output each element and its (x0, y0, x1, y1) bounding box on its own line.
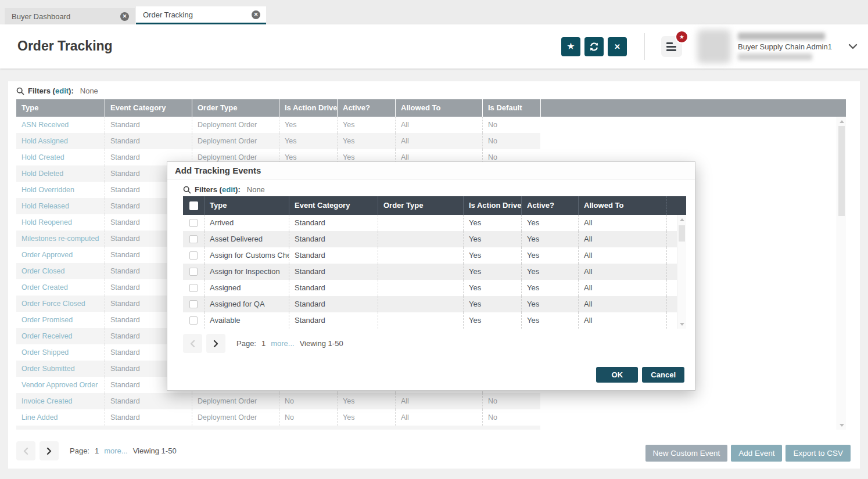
ok-button[interactable]: OK (596, 367, 638, 383)
filters-value: None (247, 185, 265, 194)
scroll-up-icon[interactable] (677, 215, 686, 224)
event-type-link[interactable]: Hold Created (16, 149, 105, 165)
column-header-action-driven[interactable]: Is Action Driven (463, 196, 521, 215)
column-header-is-default[interactable]: Is Default (482, 99, 540, 117)
filters-edit-link[interactable]: edit (55, 87, 69, 95)
column-header-category[interactable]: Event Category (289, 196, 378, 215)
event-category-cell: Standard (289, 215, 378, 231)
row-checkbox[interactable] (189, 284, 198, 292)
scrollbar-thumb[interactable] (838, 126, 845, 216)
filters-edit-link[interactable]: edit (222, 185, 235, 194)
allowed-to-cell: All (578, 280, 666, 296)
next-page-button[interactable] (206, 334, 225, 353)
allowed-to-cell: All (395, 409, 482, 426)
action-driven-cell: Yes (279, 133, 337, 149)
column-header-active[interactable]: Active? (337, 99, 395, 117)
event-type-link[interactable]: ASN Received (16, 117, 105, 133)
active-cell: Yes (521, 231, 578, 247)
event-type-link[interactable]: Line Added (16, 409, 105, 426)
redacted-user-line (738, 53, 812, 60)
scrollbar-thumb[interactable] (679, 225, 685, 242)
tab-close-icon[interactable]: ✕ (120, 12, 129, 21)
event-type-link[interactable]: Milestones re-computed (16, 231, 105, 247)
column-header-allowed-to[interactable]: Allowed To (395, 99, 482, 117)
tab-close-icon[interactable]: ✕ (252, 10, 260, 19)
tab-order-tracking[interactable]: Order Tracking ✕ (136, 6, 266, 24)
event-type-link[interactable]: Vendor Approved Order (16, 377, 105, 393)
tab-buyer-dashboard[interactable]: Buyer Dashboard ✕ (5, 8, 135, 24)
filters-value: None (80, 87, 98, 95)
badge-star-icon: ★ (679, 34, 684, 40)
row-checkbox[interactable] (189, 300, 198, 308)
action-driven-cell: Yes (463, 215, 521, 231)
avatar[interactable] (697, 30, 731, 63)
table-scrollbar[interactable] (837, 117, 846, 430)
tab-label: Buyer Dashboard (12, 12, 70, 21)
notification-badge[interactable]: ★ (675, 30, 688, 44)
event-type-link[interactable]: Order Received (16, 328, 105, 344)
row-checkbox[interactable] (189, 316, 198, 325)
action-driven-cell: Yes (279, 117, 337, 133)
next-page-button[interactable] (40, 441, 59, 460)
event-type-link[interactable]: Invoice Created (16, 393, 105, 409)
more-pages-link[interactable]: more... (104, 446, 127, 455)
column-header-category[interactable]: Event Category (105, 99, 192, 117)
more-pages-link[interactable]: more... (271, 339, 294, 348)
scroll-down-icon[interactable] (837, 421, 846, 429)
add-event-button[interactable]: Add Event (731, 445, 782, 462)
row-checkbox[interactable] (189, 268, 198, 276)
event-type-link[interactable]: Hold Assigned (16, 133, 105, 149)
event-type-link[interactable]: Order Submitted (16, 361, 105, 377)
prev-page-button[interactable] (183, 334, 202, 353)
select-all-checkbox[interactable] (189, 201, 198, 210)
cancel-button[interactable]: Cancel (642, 367, 684, 383)
order-type-cell (378, 312, 463, 329)
scroll-down-icon[interactable] (677, 320, 686, 328)
event-type-cell: Arrived (204, 215, 289, 231)
order-type-cell (378, 231, 463, 247)
favorite-button[interactable]: ★ (561, 37, 580, 56)
event-type-cell: Assign for Customs Check (204, 247, 289, 264)
row-checkbox[interactable] (189, 219, 198, 227)
event-type-link[interactable]: Hold Deleted (16, 165, 105, 182)
new-custom-event-button[interactable]: New Custom Event (645, 445, 728, 462)
scroll-up-icon[interactable] (837, 117, 846, 125)
column-header-order-type[interactable]: Order Type (192, 99, 279, 117)
dialog-table-scrollbar[interactable] (677, 215, 686, 329)
column-header-allowed-to[interactable]: Allowed To (578, 196, 666, 215)
event-type-link[interactable]: Hold Reopened (16, 214, 105, 231)
refresh-button[interactable] (584, 37, 604, 56)
export-to-csv-button[interactable]: Export to CSV (785, 445, 851, 462)
filters-label: Filters ( (28, 87, 55, 95)
event-type-link[interactable]: Order Promised (16, 312, 105, 328)
column-header-type[interactable]: Type (16, 99, 105, 117)
event-type-link[interactable]: Order Created (16, 279, 105, 296)
refresh-icon (589, 42, 599, 52)
is-default-cell: No (482, 393, 540, 409)
event-type-link[interactable]: Hold Overridden (16, 182, 105, 198)
dialog-filters-bar: Filters (edit): None (183, 185, 265, 194)
table-row: Assigned Standard Yes Yes All (183, 280, 686, 296)
column-header-type[interactable]: Type (204, 196, 289, 215)
action-driven-cell: No (279, 393, 337, 409)
row-checkbox[interactable] (189, 235, 198, 243)
user-menu-chevron-down-icon[interactable] (848, 44, 858, 49)
select-all-cell (183, 196, 204, 215)
prev-page-button[interactable] (16, 441, 35, 460)
event-type-link[interactable]: Hold Released (16, 198, 105, 214)
event-type-link[interactable]: Order Shipped (16, 344, 105, 361)
add-tracking-events-dialog: Add Tracking Events Filters (edit): None… (167, 161, 695, 391)
event-type-link[interactable]: Order Closed (16, 263, 105, 279)
column-header-order-type[interactable]: Order Type (378, 196, 463, 215)
active-cell: Yes (521, 215, 578, 231)
page-label: Page: (70, 446, 89, 455)
column-header-action-driven[interactable]: Is Action Driven (279, 99, 337, 117)
event-type-link[interactable]: Order Approved (16, 247, 105, 263)
column-header-active[interactable]: Active? (521, 196, 578, 215)
close-page-button[interactable]: ✕ (608, 37, 627, 56)
search-icon (183, 186, 191, 194)
active-cell: Yes (337, 117, 395, 133)
event-type-link[interactable]: Order Force Closed (16, 296, 105, 312)
viewing-label: Viewing 1-50 (300, 339, 343, 348)
row-checkbox[interactable] (189, 251, 198, 260)
